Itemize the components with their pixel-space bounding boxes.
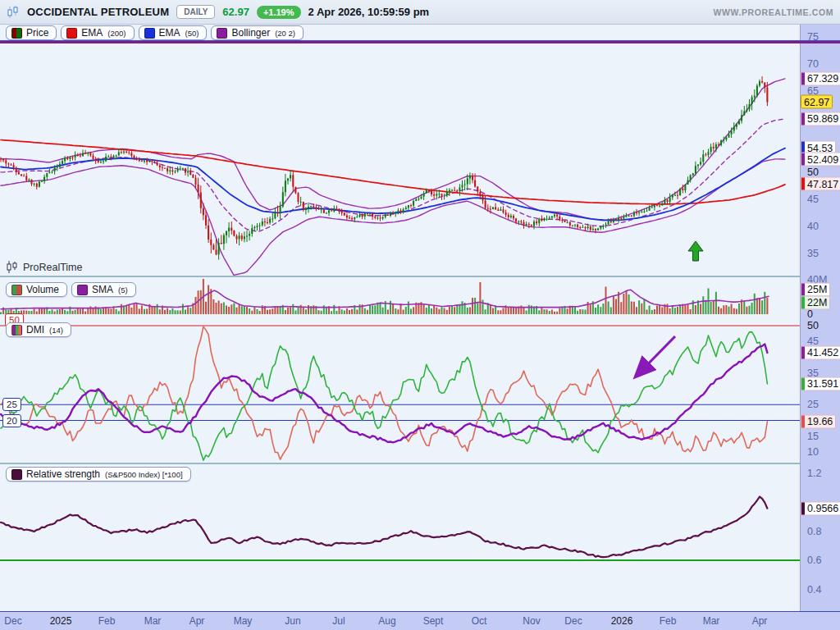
legend-tab-bollinger[interactable]: Bollinger(20 2)	[211, 25, 304, 40]
axis-marker-0.9566: 0.9566	[801, 501, 840, 515]
marker-value: 25M	[805, 284, 829, 295]
time-axis-year-2026: 2026	[611, 615, 633, 627]
marker-value: 59.869	[805, 113, 840, 125]
axis-marker-52.409: 52.409	[801, 153, 840, 167]
legend-label: SMA	[92, 284, 113, 295]
legend-tab-dmi-14[interactable]: DMI(14)	[6, 322, 71, 337]
legend-tab-relative-strength[interactable]: Relative strength(S&P500 Index) [*100]	[6, 467, 191, 482]
legend-detail: (S&P500 Index) [*100]	[105, 470, 183, 479]
time-axis-month-Jun: Jun	[285, 615, 300, 627]
dmi-left-level-label-25: 25	[2, 398, 21, 411]
relative-strength-legend-icon	[11, 469, 22, 480]
axis-tick: 70	[807, 58, 819, 70]
legend-detail: (50)	[185, 29, 199, 38]
axis-marker-22M: 22M	[801, 295, 830, 309]
change-percent-badge: +1.19%	[257, 6, 301, 19]
legend-tab-price[interactable]: Price	[6, 25, 57, 40]
axis-marker-62.97: 62.97	[801, 95, 833, 109]
volume-legend-icon	[11, 285, 22, 295]
legend-tab-ema-50[interactable]: EMA(50)	[139, 25, 208, 40]
axis-tick: 10	[807, 446, 819, 458]
ema-200-legend-icon	[66, 28, 77, 39]
legend-detail: (20 2)	[275, 29, 295, 38]
chart-canvas[interactable]	[0, 25, 800, 611]
axis-tick: 0.4	[807, 584, 821, 596]
legend-label: DMI	[26, 324, 44, 336]
legend-tab-ema-200[interactable]: EMA(200)	[61, 25, 134, 40]
axis-tick: 0.8	[807, 526, 821, 537]
time-axis-month-Apr: Apr	[189, 615, 205, 627]
marker-value: 62.97	[801, 96, 832, 107]
prorealtime-app: { "header": { "instrument": "OCCIDENTAL …	[0, 0, 840, 630]
dmi-legend-row: DMI(14)	[6, 322, 71, 337]
time-axis-month-Feb: Feb	[98, 615, 116, 627]
axis-tick: 50	[807, 320, 819, 331]
watermark-text: ProRealTime	[23, 262, 82, 273]
time-axis-month-Sept: Sept	[423, 615, 444, 627]
axis-tick: 50	[807, 167, 819, 178]
volume-legend-row: VolumeSMA(5)	[6, 282, 136, 297]
axis-marker-41.452: 41.452	[801, 345, 840, 359]
dmi-left-level-label-20: 20	[2, 414, 21, 427]
axis-marker-25M: 25M	[801, 282, 830, 296]
time-axis-month-Jul: Jul	[332, 615, 345, 627]
time-axis-month-Oct: Oct	[472, 615, 487, 627]
axis-tick: 35	[807, 248, 819, 259]
sma-5-legend-icon	[77, 285, 88, 295]
legend-label: Relative strength	[26, 468, 100, 480]
bollinger-legend-icon	[217, 28, 227, 39]
time-axis-month-Dec: Dec	[4, 615, 21, 627]
axis-tick: 25	[807, 399, 819, 410]
legend-tab-volume[interactable]: Volume	[6, 282, 67, 297]
axis-tick: 0	[807, 308, 813, 320]
watermark: ProRealTime	[7, 261, 82, 273]
axis-tick: 45	[807, 194, 819, 205]
marker-value: 31.591	[805, 378, 840, 390]
marker-value: 19.66	[805, 416, 835, 427]
axis-marker-59.869: 59.869	[801, 112, 840, 126]
price-axis-column[interactable]: 7570655045403567.32962.9759.86954.5352.4…	[800, 25, 840, 611]
axis-tick: 0.6	[807, 555, 821, 566]
legend-label: EMA	[159, 27, 180, 39]
axis-marker-67.329: 67.329	[801, 71, 840, 85]
rs-legend-row: Relative strength(S&P500 Index) [*100]	[6, 467, 191, 482]
legend-label: Volume	[26, 284, 59, 295]
time-axis-month-Dec: Dec	[564, 615, 582, 627]
timeframe-badge[interactable]: DAILY	[176, 5, 215, 19]
marker-value: 47.817	[805, 178, 840, 189]
marker-value: 41.452	[805, 347, 840, 358]
marker-value: 67.329	[805, 73, 840, 84]
axis-marker-47.817: 47.817	[801, 177, 840, 191]
axis-tick: 1.2	[807, 468, 821, 479]
legend-detail: (200)	[107, 29, 126, 38]
time-axis-month-Nov: Nov	[523, 615, 540, 627]
time-axis-year-2025: 2025	[50, 615, 72, 627]
dmi-14-legend-icon	[11, 325, 22, 336]
time-axis-month-Feb: Feb	[660, 615, 677, 627]
axis-tick: 15	[807, 431, 819, 442]
legend-label: Price	[26, 27, 48, 39]
legend-detail: (5)	[118, 285, 128, 294]
ema-50-legend-icon	[144, 28, 155, 39]
marker-value: 22M	[805, 297, 829, 308]
site-url: WWW.PROREALTIME.COM	[713, 7, 833, 17]
legend-detail: (14)	[49, 326, 63, 335]
marker-value: 52.409	[805, 153, 840, 165]
time-axis-month-May: May	[234, 615, 253, 627]
time-axis[interactable]: Dec2025FebMarAprMayJunJulAugSeptOctNovDe…	[0, 611, 840, 630]
marker-value: 0.9566	[805, 503, 840, 514]
time-axis-month-Apr: Apr	[752, 615, 768, 627]
header-bar: OCCIDENTAL PETROLEUM DAILY 62.97 +1.19% …	[0, 0, 840, 25]
time-axis-month-Mar: Mar	[144, 615, 162, 627]
time-axis-month-Mar: Mar	[703, 615, 720, 627]
legend-tab-sma-5[interactable]: SMA(5)	[71, 282, 136, 297]
prorealtime-logo-icon	[7, 6, 20, 19]
axis-marker-19.66: 19.66	[801, 414, 836, 428]
time-axis-month-Aug: Aug	[378, 615, 395, 627]
legend-separator-purple	[0, 41, 840, 43]
last-price: 62.97	[222, 6, 249, 18]
quote-datetime: 2 Apr 2026, 10:59:59 pm	[308, 6, 430, 18]
axis-marker-31.591: 31.591	[801, 377, 840, 390]
axis-tick: 40	[807, 221, 819, 232]
legend-label: Bollinger	[231, 27, 270, 39]
